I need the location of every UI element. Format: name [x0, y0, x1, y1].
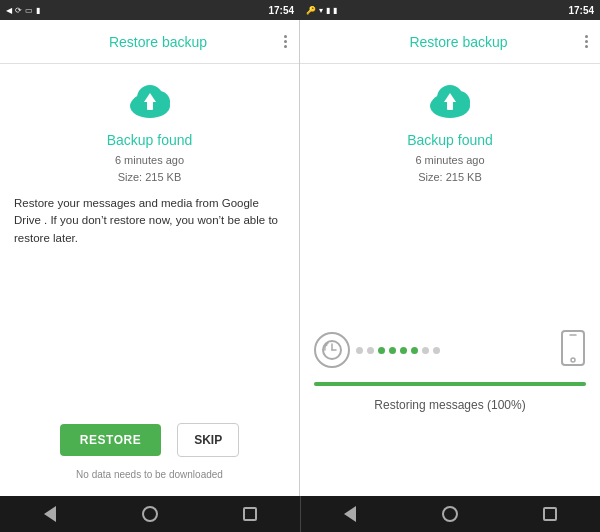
- menu-dot: [585, 45, 588, 48]
- home-button-right[interactable]: [440, 504, 460, 524]
- history-clock-icon: [314, 332, 350, 368]
- screen-icon: ▭: [25, 6, 33, 15]
- backup-meta-time-2: 6 minutes ago: [415, 152, 484, 169]
- dot-3: [378, 347, 385, 354]
- action-buttons: RESTORE SKIP: [60, 423, 239, 457]
- home-button-left[interactable]: [140, 504, 160, 524]
- nav-half-right: [301, 504, 601, 524]
- backup-meta-time-1: 6 minutes ago: [115, 152, 184, 169]
- skip-button[interactable]: SKIP: [177, 423, 239, 457]
- dot-8: [433, 347, 440, 354]
- phone-1: Restore backup Backup found: [0, 20, 300, 496]
- restore-button[interactable]: RESTORE: [60, 424, 161, 456]
- wifi-icon: ⟳: [15, 6, 22, 15]
- svg-rect-16: [562, 331, 584, 365]
- status-right-icons: 🔑 ▾ ▮ ▮: [306, 6, 337, 15]
- device-svg: [560, 330, 586, 366]
- dot-1: [356, 347, 363, 354]
- recent-button-right[interactable]: [540, 504, 560, 524]
- svg-point-18: [571, 358, 575, 362]
- app-title-1: Restore backup: [32, 34, 284, 50]
- status-time-left: 17:54: [268, 5, 294, 16]
- backup-meta-size-1: Size: 215 KB: [115, 169, 184, 186]
- menu-dot: [585, 40, 588, 43]
- cloud-icon-wrap-1: [123, 80, 177, 124]
- app-bar-1: Restore backup: [0, 20, 299, 64]
- status-bar-right: 🔑 ▾ ▮ ▮ 17:54: [300, 0, 600, 20]
- restore-description: Restore your messages and media from Goo…: [14, 195, 285, 247]
- progress-bar-fill: [314, 382, 586, 386]
- app-bar-2: Restore backup: [300, 20, 600, 64]
- cloud-upload-icon-2: [423, 80, 477, 120]
- recent-button-left[interactable]: [240, 504, 260, 524]
- backup-meta-1: 6 minutes ago Size: 215 KB: [115, 152, 184, 185]
- signal-icon: ◀: [6, 6, 12, 15]
- backup-meta-size-2: Size: 215 KB: [415, 169, 484, 186]
- nav-half-left: [0, 504, 300, 524]
- dot-6: [411, 347, 418, 354]
- key-icon: 🔑: [306, 6, 316, 15]
- home-icon-right: [442, 506, 458, 522]
- dot-2: [367, 347, 374, 354]
- restoring-text: Restoring messages (100%): [374, 398, 525, 412]
- status-time-right: 17:54: [568, 5, 594, 16]
- app-title-2: Restore backup: [332, 34, 585, 50]
- phones-container: Restore backup Backup found: [0, 20, 600, 496]
- back-button-left[interactable]: [40, 504, 60, 524]
- transfer-row: [314, 330, 586, 370]
- home-icon-left: [142, 506, 158, 522]
- phone-1-content: Backup found 6 minutes ago Size: 215 KB …: [0, 64, 299, 496]
- dot-5: [400, 347, 407, 354]
- phone-2-content: Backup found 6 minutes ago Size: 215 KB: [300, 64, 600, 496]
- menu-dot: [284, 35, 287, 38]
- phone-device-icon: [560, 330, 586, 370]
- cloud-icon-wrap-2: [423, 80, 477, 124]
- back-button-right[interactable]: [340, 504, 360, 524]
- recent-icon-left: [243, 507, 257, 521]
- status-bar-left: ◀ ⟳ ▭ ▮ 17:54: [0, 0, 300, 20]
- nav-bar: [0, 496, 600, 532]
- back-icon-left: [44, 506, 56, 522]
- menu-dot: [284, 45, 287, 48]
- menu-dot: [284, 40, 287, 43]
- status-left-icons: ◀ ⟳ ▭ ▮: [6, 6, 40, 15]
- menu-button-2[interactable]: [585, 35, 588, 48]
- no-data-label: No data needs to be downloaded: [76, 469, 223, 480]
- progress-bar-wrap: [314, 382, 586, 386]
- menu-dot: [585, 35, 588, 38]
- signal2-icon: ▮: [326, 6, 330, 15]
- cloud-upload-icon-1: [123, 80, 177, 120]
- dot-4: [389, 347, 396, 354]
- menu-button-1[interactable]: [284, 35, 287, 48]
- backup-found-label-2: Backup found: [407, 132, 493, 148]
- progress-dots: [356, 347, 554, 354]
- backup-found-label-1: Backup found: [107, 132, 193, 148]
- battery2-icon: ▮: [333, 6, 337, 15]
- recent-icon-right: [543, 507, 557, 521]
- status-bar: ◀ ⟳ ▭ ▮ 17:54 🔑 ▾ ▮ ▮ 17:54: [0, 0, 600, 20]
- battery-icon: ▮: [36, 6, 40, 15]
- dot-7: [422, 347, 429, 354]
- history-svg: [321, 339, 343, 361]
- back-icon-right: [344, 506, 356, 522]
- backup-meta-2: 6 minutes ago Size: 215 KB: [415, 152, 484, 185]
- wifi2-icon: ▾: [319, 6, 323, 15]
- phone-2: Restore backup Backup found: [300, 20, 600, 496]
